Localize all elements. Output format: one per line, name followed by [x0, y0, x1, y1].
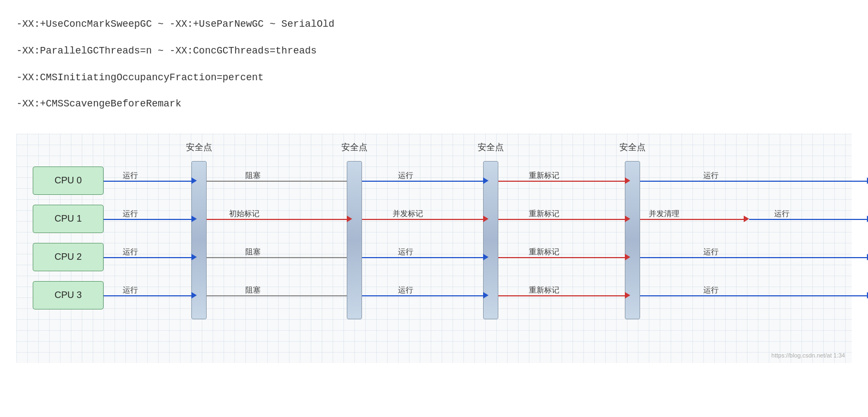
- row0-line2: [207, 181, 347, 182]
- code-line-4: -XX:+CMSScavengeBeforeRemark: [16, 91, 852, 117]
- row1-line1: [104, 219, 191, 220]
- safepoint-label-3: 安全点: [469, 142, 513, 153]
- row0-label5: 运行: [703, 171, 719, 181]
- page-wrapper: -XX:+UseConcMarkSweepGC ~ -XX:+UseParNew…: [0, 0, 868, 417]
- row0-line1: [104, 181, 191, 182]
- row1-arrow1: [191, 216, 197, 222]
- row1-arrow3: [483, 216, 489, 222]
- row2-line1: [104, 257, 191, 258]
- row1-label2: 初始标记: [229, 209, 260, 219]
- row0-line4: [498, 181, 625, 182]
- row0-line3: [362, 181, 483, 182]
- row0-label4: 重新标记: [529, 171, 559, 181]
- row3-label1: 运行: [123, 285, 138, 295]
- cpu-box-3: CPU 3: [33, 281, 104, 309]
- diagram-section: 安全点 安全点 安全点 安全点 CPU 0 CPU 1 CPU 2 CPU 3 …: [16, 134, 852, 363]
- row2-line4: [498, 257, 625, 258]
- row3-line3: [362, 295, 483, 296]
- row1-label5b: 运行: [774, 209, 789, 219]
- code-line-3: -XX:CMSInitiatingOccupancyFraction=perce…: [16, 64, 852, 91]
- row0-label3: 运行: [398, 171, 413, 181]
- row2-arrow3: [483, 254, 489, 260]
- row2-label5: 运行: [703, 247, 719, 257]
- row2-label3: 运行: [398, 247, 413, 257]
- row1-arrow5a: [744, 216, 749, 222]
- safepoint-label-2: 安全点: [333, 142, 376, 153]
- row0-label1: 运行: [123, 171, 138, 181]
- code-line-1: -XX:+UseConcMarkSweepGC ~ -XX:+UseParNew…: [16, 11, 852, 38]
- watermark: https://blog.csdn.net/at 1:34: [771, 352, 845, 359]
- cpu-box-2: CPU 2: [33, 243, 104, 271]
- code-line-2: -XX:ParallelGCThreads=n ~ -XX:ConcGCThre…: [16, 38, 852, 64]
- diagram-canvas: 安全点 安全点 安全点 安全点 CPU 0 CPU 1 CPU 2 CPU 3 …: [16, 134, 852, 363]
- row2-label1: 运行: [123, 247, 138, 257]
- row1-label3: 并发标记: [393, 209, 423, 219]
- row1-label5a: 并发清理: [649, 209, 679, 219]
- barrier-2: [347, 161, 362, 319]
- row1-arrow4: [625, 216, 630, 222]
- row0-arrow1: [191, 177, 197, 184]
- row3-line1: [104, 295, 191, 296]
- row3-line4: [498, 295, 625, 296]
- row3-line2: [207, 295, 347, 296]
- row2-label2: 阻塞: [245, 247, 261, 257]
- row1-arrow2: [347, 216, 352, 222]
- row3-arrow3: [483, 292, 489, 299]
- row3-label5: 运行: [703, 285, 719, 295]
- row2-label4: 重新标记: [529, 247, 559, 257]
- safepoint-label-4: 安全点: [611, 142, 654, 153]
- row1-label1: 运行: [123, 209, 138, 219]
- row2-line3: [362, 257, 483, 258]
- row0-arrow3: [483, 177, 489, 184]
- row0-arrow4: [625, 177, 630, 184]
- row3-line5: [640, 295, 868, 296]
- cpu-box-1: CPU 1: [33, 205, 104, 233]
- row1-label4: 重新标记: [529, 209, 559, 219]
- row2-arrow4: [625, 254, 630, 260]
- safepoint-label-1: 安全点: [177, 142, 221, 153]
- row2-arrow1: [191, 254, 197, 260]
- row1-line4: [498, 219, 625, 220]
- row3-arrow1: [191, 292, 197, 299]
- row1-line2: [207, 219, 347, 220]
- row1-line5a: [640, 219, 744, 220]
- row0-line5: [640, 181, 868, 182]
- row3-label4: 重新标记: [529, 285, 559, 295]
- row0-label2: 阻塞: [245, 171, 261, 181]
- cpu-box-0: CPU 0: [33, 166, 104, 195]
- row1-line3: [362, 219, 483, 220]
- row3-arrow4: [625, 292, 630, 299]
- row2-line2: [207, 257, 347, 258]
- row1-line5b: [749, 219, 867, 220]
- row3-label2: 阻塞: [245, 285, 261, 295]
- row3-label3: 运行: [398, 285, 413, 295]
- row2-line5: [640, 257, 868, 258]
- code-block: -XX:+UseConcMarkSweepGC ~ -XX:+UseParNew…: [16, 11, 852, 117]
